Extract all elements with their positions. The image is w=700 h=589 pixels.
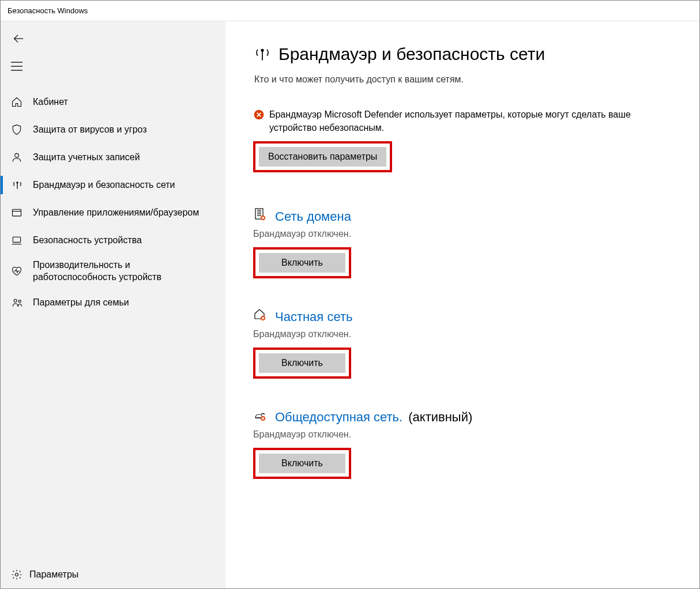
sidebar-item-home[interactable]: Кабинет xyxy=(1,88,225,116)
highlight-enable-public: Включить xyxy=(253,448,351,479)
warning-text: Брандмауэр Microsoft Defender использует… xyxy=(269,108,641,134)
sidebar-item-label: Производительность и работоспособность у… xyxy=(29,259,214,284)
highlight-restore: Восстановить параметры xyxy=(253,141,392,172)
private-network-status: Брандмауэр отключен. xyxy=(253,329,641,339)
sidebar-item-performance[interactable]: Производительность и работоспособность у… xyxy=(1,254,225,289)
svg-rect-7 xyxy=(13,209,21,216)
sidebar-item-label: Брандмауэр и безопасность сети xyxy=(29,179,175,191)
error-icon xyxy=(253,108,269,120)
back-button[interactable] xyxy=(1,27,225,50)
heart-icon xyxy=(11,266,29,277)
private-network-link[interactable]: Частная сеть xyxy=(275,309,352,324)
content-area: Брандмауэр и безопасность сети Кто и что… xyxy=(225,21,699,588)
public-network-icon xyxy=(253,407,269,421)
svg-point-12 xyxy=(18,300,21,302)
domain-network-icon xyxy=(253,207,269,221)
antenna-icon xyxy=(253,45,279,63)
app-browser-icon xyxy=(11,207,29,218)
svg-point-6 xyxy=(17,182,18,183)
domain-network-status: Брандмауэр отключен. xyxy=(253,229,641,239)
public-network-active: (активный) xyxy=(408,410,472,425)
sidebar-item-app-browser[interactable]: Управление приложениями/браузером xyxy=(1,199,225,226)
enable-domain-button[interactable]: Включить xyxy=(259,253,345,273)
gear-icon xyxy=(11,569,29,580)
highlight-enable-private: Включить xyxy=(253,348,351,379)
family-icon xyxy=(11,297,29,308)
sidebar-item-label: Защита от вирусов и угроз xyxy=(29,124,147,136)
page-title: Брандмауэр и безопасность сети xyxy=(279,44,545,64)
public-network-link[interactable]: Общедоступная сеть. xyxy=(275,410,402,425)
sidebar-item-family[interactable]: Параметры для семьи xyxy=(1,289,225,316)
private-network-icon xyxy=(253,307,269,321)
highlight-enable-domain: Включить xyxy=(253,247,351,278)
sidebar-item-label: Управление приложениями/браузером xyxy=(29,207,199,219)
home-icon xyxy=(11,96,29,108)
svg-rect-9 xyxy=(13,237,20,242)
restore-settings-button[interactable]: Восстановить параметры xyxy=(259,147,386,167)
shield-icon xyxy=(11,124,29,135)
sidebar-settings[interactable]: Параметры xyxy=(1,561,225,588)
sidebar-item-account[interactable]: Защита учетных записей xyxy=(1,144,225,171)
window-title: Безопасность Windows xyxy=(7,6,88,15)
title-bar: Безопасность Windows xyxy=(1,1,699,21)
sidebar-settings-label: Параметры xyxy=(29,569,78,580)
hamburger-icon xyxy=(11,62,22,71)
sidebar-item-label: Кабинет xyxy=(29,96,68,108)
sidebar-item-label: Параметры для семьи xyxy=(29,297,129,309)
svg-point-4 xyxy=(15,153,19,157)
device-security-icon xyxy=(11,235,29,246)
antenna-icon xyxy=(11,179,29,191)
sidebar-item-label: Защита учетных записей xyxy=(29,152,140,164)
public-network-status: Брандмауэр отключен. xyxy=(253,429,641,440)
sidebar-item-firewall[interactable]: Брандмауэр и безопасность сети xyxy=(1,171,225,199)
sidebar-item-device-security[interactable]: Безопасность устройства xyxy=(1,226,225,254)
svg-point-15 xyxy=(261,50,263,51)
sidebar: Кабинет Защита от вирусов и угроз Защита… xyxy=(1,21,225,588)
sidebar-item-label: Безопасность устройства xyxy=(29,235,142,247)
sidebar-item-virus[interactable]: Защита от вирусов и угроз xyxy=(1,116,225,144)
enable-private-button[interactable]: Включить xyxy=(259,353,345,373)
arrow-left-icon xyxy=(12,32,25,45)
menu-toggle[interactable] xyxy=(1,55,225,78)
svg-point-13 xyxy=(16,573,18,576)
enable-public-button[interactable]: Включить xyxy=(259,454,345,473)
svg-point-11 xyxy=(14,299,17,302)
person-icon xyxy=(11,152,29,163)
page-subtitle: Кто и что может получить доступ к вашим … xyxy=(253,74,641,85)
domain-network-link[interactable]: Сеть домена xyxy=(275,209,351,224)
